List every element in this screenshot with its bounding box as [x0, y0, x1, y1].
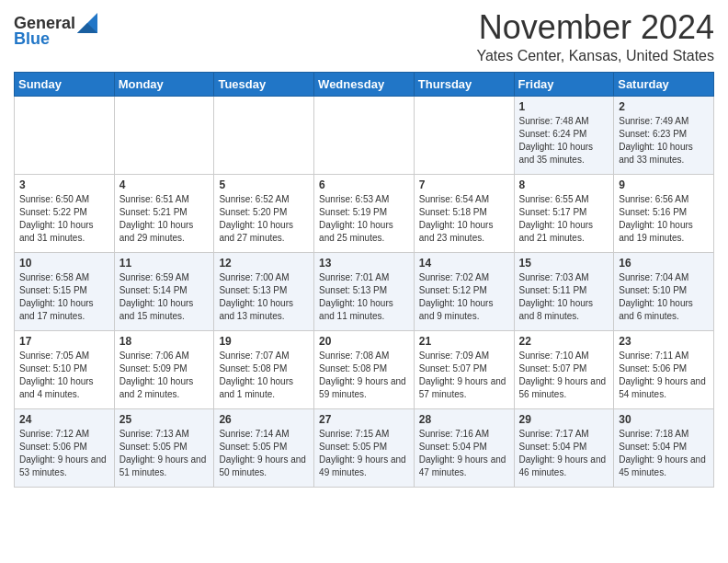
- day-number: 6: [319, 178, 409, 191]
- calendar-week-row: 24Sunrise: 7:12 AM Sunset: 5:06 PM Dayli…: [15, 408, 714, 487]
- cell-content: Sunrise: 7:11 AM Sunset: 5:06 PM Dayligh…: [619, 350, 709, 401]
- cell-content: Sunrise: 6:56 AM Sunset: 5:16 PM Dayligh…: [619, 193, 709, 245]
- day-number: 20: [319, 335, 409, 348]
- calendar-cell: 23Sunrise: 7:11 AM Sunset: 5:06 PM Dayli…: [614, 330, 714, 408]
- calendar-cell: [15, 96, 115, 174]
- cell-content: Sunrise: 6:51 AM Sunset: 5:21 PM Dayligh…: [119, 193, 210, 245]
- weekday-header-wednesday: Wednesday: [314, 72, 415, 96]
- day-number: 5: [219, 178, 309, 191]
- calendar-cell: 2Sunrise: 7:49 AM Sunset: 6:23 PM Daylig…: [614, 96, 714, 174]
- weekday-header-thursday: Thursday: [414, 72, 514, 96]
- calendar-cell: 11Sunrise: 6:59 AM Sunset: 5:14 PM Dayli…: [114, 252, 214, 330]
- calendar-cell: 28Sunrise: 7:16 AM Sunset: 5:04 PM Dayli…: [414, 408, 514, 487]
- cell-content: Sunrise: 7:48 AM Sunset: 6:24 PM Dayligh…: [519, 115, 609, 167]
- logo-blue-text: Blue: [14, 29, 50, 49]
- day-number: 16: [619, 257, 709, 270]
- calendar-cell: 20Sunrise: 7:08 AM Sunset: 5:08 PM Dayli…: [314, 330, 415, 408]
- day-number: 27: [319, 413, 409, 426]
- cell-content: Sunrise: 7:16 AM Sunset: 5:04 PM Dayligh…: [419, 428, 509, 479]
- calendar-cell: 19Sunrise: 7:07 AM Sunset: 5:08 PM Dayli…: [214, 330, 314, 408]
- day-number: 1: [519, 100, 609, 113]
- cell-content: Sunrise: 6:54 AM Sunset: 5:18 PM Dayligh…: [419, 193, 509, 245]
- cell-content: Sunrise: 7:06 AM Sunset: 5:09 PM Dayligh…: [119, 350, 210, 401]
- day-number: 3: [19, 178, 109, 191]
- calendar-cell: 10Sunrise: 6:58 AM Sunset: 5:15 PM Dayli…: [15, 252, 115, 330]
- cell-content: Sunrise: 7:15 AM Sunset: 5:05 PM Dayligh…: [319, 428, 409, 479]
- cell-content: Sunrise: 7:14 AM Sunset: 5:05 PM Dayligh…: [219, 428, 309, 479]
- calendar-cell: [414, 96, 514, 174]
- cell-content: Sunrise: 7:49 AM Sunset: 6:23 PM Dayligh…: [619, 115, 709, 167]
- cell-content: Sunrise: 7:08 AM Sunset: 5:08 PM Dayligh…: [319, 350, 409, 401]
- calendar-cell: 13Sunrise: 7:01 AM Sunset: 5:13 PM Dayli…: [314, 252, 415, 330]
- cell-content: Sunrise: 7:02 AM Sunset: 5:12 PM Dayligh…: [419, 271, 509, 323]
- weekday-header-sunday: Sunday: [15, 72, 115, 96]
- day-number: 14: [419, 257, 509, 270]
- day-number: 29: [519, 413, 609, 426]
- logo: General Blue: [14, 9, 97, 49]
- cell-content: Sunrise: 7:05 AM Sunset: 5:10 PM Dayligh…: [19, 350, 109, 401]
- day-number: 22: [519, 335, 609, 348]
- calendar-cell: 29Sunrise: 7:17 AM Sunset: 5:04 PM Dayli…: [514, 408, 614, 487]
- cell-content: Sunrise: 6:53 AM Sunset: 5:19 PM Dayligh…: [319, 193, 409, 245]
- cell-content: Sunrise: 7:01 AM Sunset: 5:13 PM Dayligh…: [319, 271, 409, 323]
- cell-content: Sunrise: 6:52 AM Sunset: 5:20 PM Dayligh…: [219, 193, 309, 245]
- calendar-week-row: 17Sunrise: 7:05 AM Sunset: 5:10 PM Dayli…: [15, 330, 714, 408]
- weekday-header-row: SundayMondayTuesdayWednesdayThursdayFrid…: [15, 72, 714, 96]
- location: Yates Center, Kansas, United States: [476, 48, 714, 64]
- calendar-cell: 3Sunrise: 6:50 AM Sunset: 5:22 PM Daylig…: [15, 174, 115, 252]
- cell-content: Sunrise: 7:03 AM Sunset: 5:11 PM Dayligh…: [519, 271, 609, 323]
- calendar-cell: 26Sunrise: 7:14 AM Sunset: 5:05 PM Dayli…: [214, 408, 314, 487]
- day-number: 15: [519, 257, 609, 270]
- title-area: November 2024 Yates Center, Kansas, Unit…: [476, 9, 714, 64]
- calendar-cell: 14Sunrise: 7:02 AM Sunset: 5:12 PM Dayli…: [414, 252, 514, 330]
- calendar-cell: 9Sunrise: 6:56 AM Sunset: 5:16 PM Daylig…: [614, 174, 714, 252]
- day-number: 10: [19, 257, 109, 270]
- day-number: 26: [219, 413, 309, 426]
- day-number: 23: [619, 335, 709, 348]
- calendar-cell: 30Sunrise: 7:18 AM Sunset: 5:04 PM Dayli…: [614, 408, 714, 487]
- calendar-table: SundayMondayTuesdayWednesdayThursdayFrid…: [14, 72, 714, 488]
- day-number: 2: [619, 100, 709, 113]
- calendar-cell: 4Sunrise: 6:51 AM Sunset: 5:21 PM Daylig…: [114, 174, 214, 252]
- cell-content: Sunrise: 7:13 AM Sunset: 5:05 PM Dayligh…: [119, 428, 210, 479]
- page-header: General Blue November 2024 Yates Center,…: [14, 9, 714, 64]
- calendar-body: 1Sunrise: 7:48 AM Sunset: 6:24 PM Daylig…: [15, 96, 714, 487]
- calendar-week-row: 10Sunrise: 6:58 AM Sunset: 5:15 PM Dayli…: [15, 252, 714, 330]
- calendar-cell: [114, 96, 214, 174]
- calendar-cell: 24Sunrise: 7:12 AM Sunset: 5:06 PM Dayli…: [15, 408, 115, 487]
- calendar-header: SundayMondayTuesdayWednesdayThursdayFrid…: [15, 72, 714, 96]
- calendar-cell: 21Sunrise: 7:09 AM Sunset: 5:07 PM Dayli…: [414, 330, 514, 408]
- calendar-cell: 6Sunrise: 6:53 AM Sunset: 5:19 PM Daylig…: [314, 174, 415, 252]
- calendar-cell: [314, 96, 415, 174]
- cell-content: Sunrise: 7:17 AM Sunset: 5:04 PM Dayligh…: [519, 428, 609, 479]
- calendar-cell: 22Sunrise: 7:10 AM Sunset: 5:07 PM Dayli…: [514, 330, 614, 408]
- calendar-cell: 1Sunrise: 7:48 AM Sunset: 6:24 PM Daylig…: [514, 96, 614, 174]
- cell-content: Sunrise: 7:09 AM Sunset: 5:07 PM Dayligh…: [419, 350, 509, 401]
- calendar-cell: 7Sunrise: 6:54 AM Sunset: 5:18 PM Daylig…: [414, 174, 514, 252]
- cell-content: Sunrise: 7:00 AM Sunset: 5:13 PM Dayligh…: [219, 271, 309, 323]
- calendar-cell: 16Sunrise: 7:04 AM Sunset: 5:10 PM Dayli…: [614, 252, 714, 330]
- weekday-header-saturday: Saturday: [614, 72, 714, 96]
- day-number: 8: [519, 178, 609, 191]
- cell-content: Sunrise: 6:59 AM Sunset: 5:14 PM Dayligh…: [119, 271, 210, 323]
- cell-content: Sunrise: 7:12 AM Sunset: 5:06 PM Dayligh…: [19, 428, 109, 479]
- day-number: 24: [19, 413, 109, 426]
- calendar-cell: 25Sunrise: 7:13 AM Sunset: 5:05 PM Dayli…: [114, 408, 214, 487]
- calendar-cell: 27Sunrise: 7:15 AM Sunset: 5:05 PM Dayli…: [314, 408, 415, 487]
- calendar-cell: 8Sunrise: 6:55 AM Sunset: 5:17 PM Daylig…: [514, 174, 614, 252]
- cell-content: Sunrise: 7:18 AM Sunset: 5:04 PM Dayligh…: [619, 428, 709, 479]
- cell-content: Sunrise: 7:04 AM Sunset: 5:10 PM Dayligh…: [619, 271, 709, 323]
- day-number: 11: [119, 257, 210, 270]
- calendar-cell: [214, 96, 314, 174]
- weekday-header-tuesday: Tuesday: [214, 72, 314, 96]
- day-number: 13: [319, 257, 409, 270]
- day-number: 30: [619, 413, 709, 426]
- weekday-header-monday: Monday: [114, 72, 214, 96]
- calendar-cell: 12Sunrise: 7:00 AM Sunset: 5:13 PM Dayli…: [214, 252, 314, 330]
- cell-content: Sunrise: 6:58 AM Sunset: 5:15 PM Dayligh…: [19, 271, 109, 323]
- cell-content: Sunrise: 7:07 AM Sunset: 5:08 PM Dayligh…: [219, 350, 309, 401]
- cell-content: Sunrise: 6:50 AM Sunset: 5:22 PM Dayligh…: [19, 193, 109, 245]
- calendar-cell: 18Sunrise: 7:06 AM Sunset: 5:09 PM Dayli…: [114, 330, 214, 408]
- day-number: 19: [219, 335, 309, 348]
- month-title: November 2024: [476, 9, 714, 46]
